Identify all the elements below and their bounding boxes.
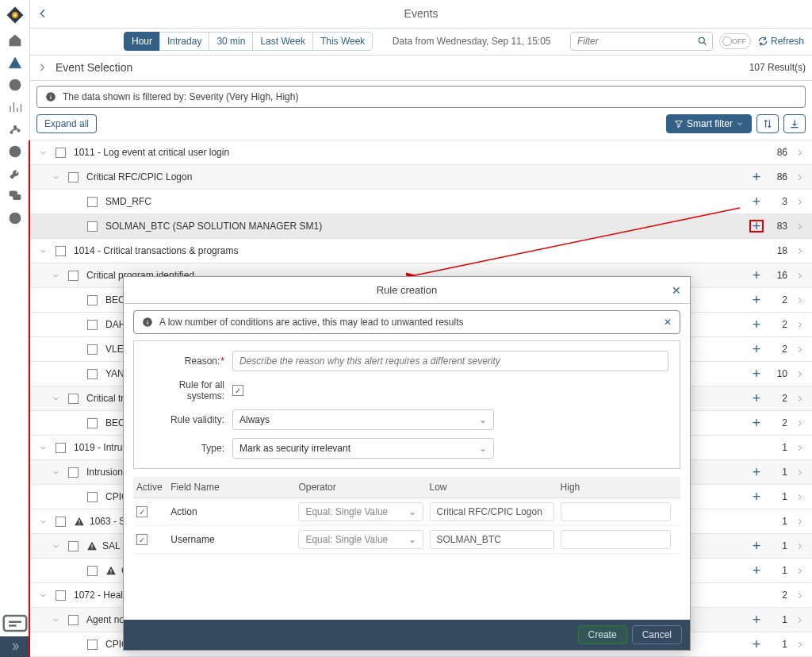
reason-input[interactable] bbox=[232, 351, 668, 371]
add-rule-icon[interactable]: + bbox=[749, 489, 764, 505]
search-icon[interactable] bbox=[697, 36, 708, 47]
pie-chart-icon[interactable] bbox=[8, 78, 22, 92]
row-checkbox[interactable] bbox=[87, 344, 98, 355]
chevron-right-icon[interactable] bbox=[795, 616, 804, 624]
smart-filter-button[interactable]: Smart filter bbox=[666, 114, 752, 133]
cancel-button[interactable]: Cancel bbox=[632, 625, 682, 644]
row-checkbox[interactable] bbox=[87, 221, 98, 232]
bar-chart-icon[interactable] bbox=[8, 100, 22, 114]
home-icon[interactable] bbox=[8, 33, 22, 48]
expand-toggle-icon[interactable] bbox=[38, 591, 48, 600]
chevron-right-icon[interactable] bbox=[795, 493, 804, 501]
condition-low-input[interactable]: Critical RFC/CPIC Logon bbox=[430, 502, 554, 521]
add-rule-icon[interactable]: + bbox=[749, 464, 764, 481]
condition-high-input[interactable] bbox=[561, 530, 671, 549]
chevron-right-icon[interactable] bbox=[795, 148, 804, 157]
sort-button[interactable] bbox=[756, 114, 779, 133]
row-checkbox[interactable] bbox=[56, 590, 66, 601]
chevron-right-icon[interactable] bbox=[795, 444, 804, 452]
chevron-right-icon[interactable] bbox=[795, 419, 804, 428]
row-checkbox[interactable] bbox=[56, 517, 66, 527]
segment-last-week[interactable]: Last Week bbox=[252, 32, 312, 51]
row-checkbox[interactable] bbox=[68, 172, 79, 182]
chevron-right-icon[interactable] bbox=[795, 567, 804, 575]
row-checkbox[interactable] bbox=[68, 467, 79, 478]
row-checkbox[interactable] bbox=[87, 418, 98, 428]
expand-toggle-icon[interactable] bbox=[38, 247, 48, 256]
add-rule-icon[interactable]: + bbox=[749, 612, 764, 628]
chevron-right-icon[interactable] bbox=[795, 321, 804, 329]
type-select[interactable]: Mark as security irrelevant⌄ bbox=[232, 438, 494, 459]
condition-high-input[interactable] bbox=[561, 502, 671, 521]
tree-row[interactable]: SMD_RFC+3 bbox=[30, 190, 812, 214]
add-rule-icon[interactable]: + bbox=[749, 194, 764, 210]
row-checkbox[interactable] bbox=[56, 443, 66, 453]
validity-select[interactable]: Always⌄ bbox=[232, 409, 494, 430]
expand-toggle-icon[interactable] bbox=[51, 542, 60, 551]
stats-icon[interactable] bbox=[8, 122, 22, 136]
chevron-right-icon[interactable] bbox=[795, 173, 804, 182]
wrench-icon[interactable] bbox=[8, 167, 22, 181]
add-rule-icon[interactable]: + bbox=[749, 317, 764, 333]
add-rule-icon[interactable]: + bbox=[749, 390, 764, 407]
row-checkbox[interactable] bbox=[87, 197, 98, 207]
alert-icon[interactable] bbox=[8, 56, 22, 70]
chevron-right-icon[interactable] bbox=[36, 62, 48, 73]
chevron-right-icon[interactable] bbox=[795, 247, 804, 256]
expand-all-button[interactable]: Expand all bbox=[36, 114, 97, 133]
condition-operator-select[interactable]: Equal: Single Value⌄ bbox=[298, 502, 423, 521]
row-checkbox[interactable] bbox=[68, 394, 79, 404]
add-rule-icon[interactable]: + bbox=[749, 563, 764, 579]
add-rule-icon[interactable]: + bbox=[749, 415, 764, 432]
condition-low-input[interactable]: SOLMAN_BTC bbox=[430, 530, 554, 549]
info-icon[interactable] bbox=[8, 211, 22, 225]
chevron-right-icon[interactable] bbox=[795, 394, 804, 403]
chevron-right-icon[interactable] bbox=[795, 542, 804, 551]
close-dialog-button[interactable]: ✕ bbox=[669, 283, 684, 298]
back-icon[interactable] bbox=[36, 7, 49, 20]
condition-active-checkbox[interactable]: ✓ bbox=[136, 506, 147, 517]
add-rule-icon[interactable]: + bbox=[749, 169, 764, 186]
expand-toggle-icon[interactable] bbox=[38, 148, 48, 157]
expand-toggle-icon[interactable] bbox=[38, 517, 48, 526]
segment-intraday[interactable]: Intraday bbox=[159, 32, 209, 51]
row-checkbox[interactable] bbox=[68, 271, 79, 281]
comment-icon[interactable] bbox=[0, 613, 30, 636]
expand-toggle-icon[interactable] bbox=[51, 271, 60, 280]
chevron-right-icon[interactable] bbox=[795, 468, 804, 477]
segment-hour[interactable]: Hour bbox=[124, 32, 160, 51]
expand-toggle-icon[interactable] bbox=[51, 394, 60, 403]
row-checkbox[interactable] bbox=[68, 615, 79, 625]
all-systems-checkbox[interactable]: ✓ bbox=[232, 385, 243, 396]
add-rule-icon[interactable]: + bbox=[749, 636, 764, 653]
tree-row[interactable]: SOLMAN_BTC (SAP SOLUTION MANAGER SM1)+83 bbox=[30, 214, 812, 239]
row-checkbox[interactable] bbox=[56, 148, 66, 158]
expand-toggle-icon[interactable] bbox=[51, 616, 60, 624]
create-button[interactable]: Create bbox=[578, 625, 627, 644]
add-rule-icon[interactable]: + bbox=[749, 538, 764, 555]
expand-toggle-icon[interactable] bbox=[38, 444, 48, 452]
tree-row[interactable]: 1014 - Critical transactions & programs1… bbox=[30, 239, 812, 263]
add-rule-icon[interactable]: + bbox=[749, 220, 764, 232]
chevron-right-icon[interactable] bbox=[795, 222, 804, 231]
add-rule-icon[interactable]: + bbox=[749, 366, 764, 382]
chevron-right-icon[interactable] bbox=[795, 345, 804, 354]
segment-30-min[interactable]: 30 min bbox=[209, 32, 253, 51]
row-checkbox[interactable] bbox=[68, 541, 79, 551]
dismiss-warning-button[interactable]: ✕ bbox=[664, 317, 672, 328]
chevron-right-icon[interactable] bbox=[795, 370, 804, 378]
refresh-button[interactable]: Refresh bbox=[757, 36, 804, 47]
download-button[interactable] bbox=[783, 114, 806, 133]
add-rule-icon[interactable]: + bbox=[749, 341, 764, 358]
row-checkbox[interactable] bbox=[87, 640, 98, 650]
chevron-right-icon[interactable] bbox=[795, 296, 804, 305]
tree-row[interactable]: Critical RFC/CPIC Logon+86 bbox=[30, 165, 812, 190]
expand-toggle-icon[interactable] bbox=[51, 468, 60, 477]
chevron-right-icon[interactable] bbox=[795, 198, 804, 206]
row-checkbox[interactable] bbox=[87, 295, 98, 305]
chevron-right-icon[interactable] bbox=[795, 640, 804, 649]
expand-toggle-icon[interactable] bbox=[51, 173, 60, 182]
row-checkbox[interactable] bbox=[87, 492, 98, 502]
condition-operator-select[interactable]: Equal: Single Value⌄ bbox=[298, 530, 423, 549]
add-rule-icon[interactable]: + bbox=[749, 267, 764, 284]
